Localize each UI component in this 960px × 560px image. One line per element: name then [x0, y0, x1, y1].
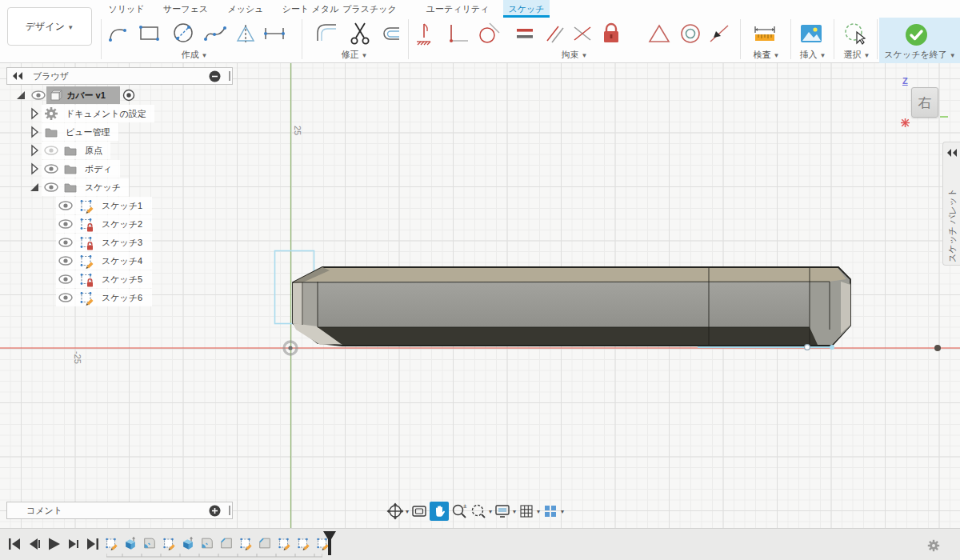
- timeline-feature-chamfer[interactable]: [258, 536, 272, 550]
- timeline-settings-gear-icon[interactable]: [926, 538, 941, 553]
- group-modify[interactable]: 修正 ▼: [322, 49, 386, 61]
- viewport-canvas[interactable]: 25 -25: [0, 63, 960, 560]
- browser-item-sketch3[interactable]: スケッチ3: [56, 234, 152, 251]
- viewcube[interactable]: 右: [911, 87, 938, 118]
- browser-item-sketch6[interactable]: スケッチ6: [56, 289, 152, 306]
- orbit-icon[interactable]: [386, 502, 404, 520]
- browser-item-sketch1[interactable]: スケッチ1: [56, 197, 152, 214]
- timeline-feature-sketch[interactable]: [296, 536, 310, 550]
- timeline-feature-sketch[interactable]: [238, 536, 253, 550]
- viewports-icon[interactable]: [542, 502, 559, 520]
- timeline-feature-extrude[interactable]: [181, 536, 195, 550]
- timeline-feature-chamfer[interactable]: [219, 536, 234, 550]
- circle-tool-icon[interactable]: [170, 20, 197, 47]
- constraint-fixed-icon[interactable]: [413, 20, 440, 47]
- expand-icon[interactable]: [26, 161, 42, 177]
- trim-tool-icon[interactable]: [347, 20, 374, 47]
- sketch-point[interactable]: [805, 345, 810, 350]
- timeline-go-start-icon[interactable]: [6, 537, 22, 551]
- browser-item-root[interactable]: カバー v1: [46, 86, 120, 104]
- offset-tool-icon[interactable]: [377, 20, 404, 47]
- browser-item-sketches[interactable]: スケッチ: [42, 178, 129, 196]
- visibility-eye-icon[interactable]: [58, 271, 74, 287]
- browser-item-origin[interactable]: 原点: [42, 142, 110, 159]
- comment-bar[interactable]: コメント: [6, 502, 233, 519]
- timeline-feature-sketch[interactable]: [277, 536, 291, 550]
- constraint-tangent-icon[interactable]: [475, 20, 502, 47]
- visibility-eye-icon[interactable]: [58, 198, 74, 214]
- constraint-midpoint-icon[interactable]: [706, 20, 733, 47]
- tab-mesh[interactable]: メッシュ: [224, 0, 267, 18]
- fillet-tool-icon[interactable]: [314, 20, 341, 47]
- constraint-collinear-icon[interactable]: [569, 20, 596, 47]
- activate-radio-icon[interactable]: [121, 87, 137, 103]
- timeline-play-icon[interactable]: [46, 537, 62, 551]
- look-at-icon[interactable]: [410, 502, 428, 520]
- visibility-eye-icon[interactable]: [58, 253, 74, 269]
- timeline-feature-extrude[interactable]: [123, 536, 138, 550]
- measure-tool-icon[interactable]: [751, 20, 778, 47]
- expand-icon[interactable]: [26, 142, 42, 158]
- tab-sketch[interactable]: スケッチ: [503, 0, 550, 18]
- timeline-step-back-icon[interactable]: [26, 537, 42, 551]
- tab-sheetmetal[interactable]: シート メタル: [282, 0, 339, 18]
- expand-icon[interactable]: [13, 87, 29, 103]
- timeline-feature-hole[interactable]: [142, 536, 157, 550]
- timeline-feature-sketch[interactable]: [162, 536, 176, 550]
- tab-plastic[interactable]: プラスチック: [342, 0, 398, 18]
- body-cover[interactable]: [293, 267, 850, 346]
- line-tool-icon[interactable]: [106, 20, 133, 47]
- expand-icon[interactable]: [26, 106, 42, 122]
- insert-image-icon[interactable]: [798, 20, 825, 47]
- timeline-marker[interactable]: [322, 531, 338, 558]
- rectangle-tool-icon[interactable]: [136, 20, 163, 47]
- pan-button-active[interactable]: [430, 502, 449, 521]
- constraint-concentric-icon[interactable]: [677, 20, 704, 47]
- timeline-step-forward-icon[interactable]: [66, 537, 82, 551]
- collapse-browser-icon[interactable]: [12, 71, 23, 81]
- expand-icon[interactable]: [26, 124, 42, 140]
- browser-header[interactable]: ブラウザ: [6, 67, 233, 85]
- zoom-icon[interactable]: ±: [450, 502, 468, 520]
- constraint-polygon-icon[interactable]: [646, 20, 673, 47]
- display-dropdown-arrow[interactable]: ▾: [513, 508, 516, 515]
- expand-icon[interactable]: [26, 179, 42, 195]
- constraint-equal-icon[interactable]: [511, 20, 538, 47]
- mirror-tool-icon[interactable]: [232, 20, 259, 47]
- browser-item-sketch2[interactable]: スケッチ2: [56, 215, 152, 233]
- sketch-palette-tab[interactable]: スケッチ パレット: [942, 142, 960, 266]
- display-settings-icon[interactable]: [494, 502, 511, 520]
- visibility-eye-icon[interactable]: [58, 290, 74, 306]
- axis-point[interactable]: [934, 345, 941, 351]
- orbit-dropdown-arrow[interactable]: ▾: [406, 508, 409, 515]
- browser-item-bodies[interactable]: ボディ: [42, 160, 120, 178]
- browser-item-docsettings[interactable]: ドキュメントの設定: [42, 105, 154, 122]
- visibility-eye-icon[interactable]: [58, 216, 74, 232]
- spline-tool-icon[interactable]: [202, 20, 229, 47]
- viewports-dropdown-arrow[interactable]: ▾: [561, 508, 564, 515]
- tab-solid[interactable]: ソリッド: [106, 0, 147, 18]
- visibility-eye-icon[interactable]: [58, 234, 74, 250]
- add-comment-icon[interactable]: [209, 505, 221, 517]
- finish-sketch-icon[interactable]: [905, 23, 928, 46]
- grid-dropdown-arrow[interactable]: ▾: [537, 508, 540, 515]
- group-create[interactable]: 作成 ▼: [162, 49, 226, 61]
- browser-item-sketch4[interactable]: スケッチ4: [56, 252, 152, 270]
- fit-icon[interactable]: [470, 502, 487, 520]
- expand-palette-icon[interactable]: [946, 148, 958, 158]
- timeline-feature-sketch[interactable]: [104, 536, 118, 550]
- constraint-lock-icon[interactable]: [598, 20, 625, 47]
- group-select[interactable]: 選択 ▼: [825, 49, 889, 61]
- constraint-perpendicular-icon[interactable]: [445, 20, 472, 47]
- browser-item-sketch5[interactable]: スケッチ5: [56, 270, 152, 288]
- grid-settings-icon[interactable]: [518, 502, 535, 520]
- timeline-feature-hole[interactable]: [200, 536, 214, 550]
- tab-surface[interactable]: サーフェス: [162, 0, 209, 18]
- browser-item-views[interactable]: ビュー管理: [42, 123, 118, 141]
- visibility-eye-icon[interactable]: [43, 179, 59, 195]
- tab-utility[interactable]: ユーティリティ: [426, 0, 490, 18]
- timeline-go-end-icon[interactable]: [85, 537, 101, 551]
- visibility-eye-icon[interactable]: [43, 161, 59, 177]
- group-finish-sketch[interactable]: スケッチを終了 ▼: [882, 49, 958, 61]
- fit-dropdown-arrow[interactable]: ▾: [489, 508, 492, 515]
